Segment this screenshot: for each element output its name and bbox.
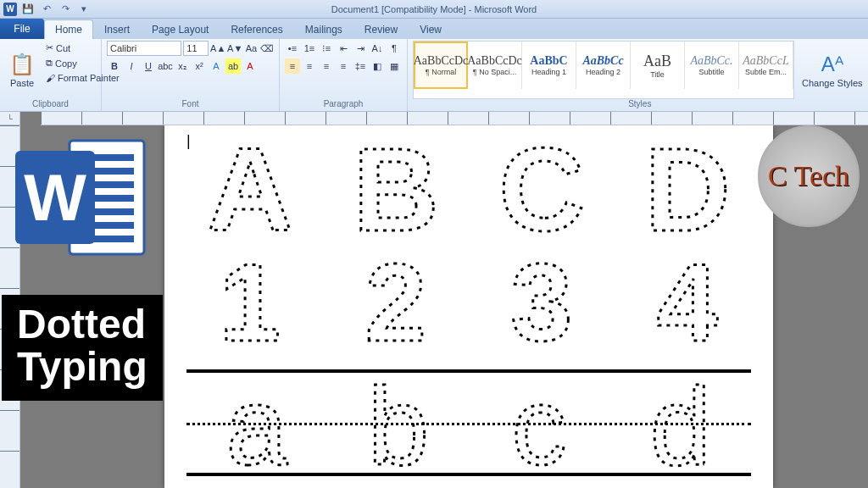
group-title-styles: Styles	[413, 99, 867, 109]
group-font: Calibri 11 A▲ A▼ Aa ⌫ B I U abc x₂ x² A …	[102, 39, 280, 111]
style-heading-2[interactable]: AaBbCc Heading 2	[576, 42, 631, 89]
shrink-font-icon[interactable]: A▼	[227, 41, 242, 56]
window-title: Document1 [Compatibility Mode] - Microso…	[0, 4, 868, 14]
text-effects-icon[interactable]: A	[209, 58, 224, 74]
paste-icon: 📋	[9, 53, 35, 76]
style-title[interactable]: AaB Title	[631, 42, 685, 89]
styles-gallery[interactable]: AaBbCcDc ¶ Normal AaBbCcDc ¶ No Spaci...…	[413, 41, 794, 99]
change-case-icon[interactable]: Aa	[244, 41, 258, 56]
svg-text:2: 2	[365, 256, 426, 358]
trace-b: b	[335, 361, 462, 471]
highlight-icon[interactable]: ab	[225, 58, 241, 74]
align-right-icon[interactable]: ≡	[319, 58, 334, 74]
change-styles-label: Change Styles	[802, 78, 863, 88]
paste-label: Paste	[10, 78, 34, 88]
glyph-C: C	[478, 137, 605, 247]
tab-home[interactable]: Home	[44, 19, 93, 39]
shading-icon[interactable]: ◧	[370, 58, 385, 74]
text-cursor: |	[186, 132, 191, 150]
glyph-B: B	[332, 137, 459, 247]
line-spacing-icon[interactable]: ‡≡	[353, 58, 368, 74]
word-app-icon[interactable]: W	[3, 3, 17, 16]
undo-icon[interactable]: ↶	[39, 2, 54, 17]
tab-selector-icon[interactable]: └	[0, 112, 20, 125]
tab-references[interactable]: References	[220, 19, 293, 39]
svg-text:b: b	[368, 364, 429, 471]
dotted-row-digits: 1 2 3 4	[186, 256, 751, 358]
tab-mailings[interactable]: Mailings	[294, 19, 353, 39]
tracing-block: a b c d	[186, 369, 751, 476]
svg-text:d: d	[650, 364, 711, 471]
grow-font-icon[interactable]: A▲	[210, 41, 225, 56]
font-color-icon[interactable]: A	[242, 58, 258, 74]
borders-icon[interactable]: ▦	[387, 58, 402, 74]
style-subtitle[interactable]: AaBbCc. Subtitle	[685, 42, 739, 89]
ruler-area: └	[0, 112, 868, 125]
style-heading-1[interactable]: AaBbC Heading 1	[522, 42, 576, 89]
subscript-button[interactable]: x₂	[175, 58, 190, 74]
superscript-button[interactable]: x²	[192, 58, 207, 74]
sort-icon[interactable]: A↓	[370, 41, 385, 56]
paste-button[interactable]: 📋 Paste	[5, 41, 39, 99]
font-size-field[interactable]: 11	[183, 41, 209, 56]
tab-insert[interactable]: Insert	[93, 19, 141, 39]
svg-text:1: 1	[220, 256, 281, 358]
align-center-icon[interactable]: ≡	[302, 58, 317, 74]
numbering-icon[interactable]: 1≡	[302, 41, 317, 56]
font-name-field[interactable]: Calibri	[107, 41, 181, 56]
cut-icon: ✂	[46, 42, 53, 53]
glyph-2: 2	[332, 256, 459, 358]
group-clipboard: 📋 Paste ✂ Cut ⧉ Copy 🖌 Format Painter Cl…	[0, 39, 102, 111]
change-styles-button[interactable]: Aᴬ Change Styles	[798, 41, 867, 99]
tab-file[interactable]: File	[0, 19, 44, 39]
underline-button[interactable]: U	[141, 58, 156, 74]
qat-customize-icon[interactable]: ▾	[76, 2, 92, 17]
italic-button[interactable]: I	[124, 58, 139, 74]
trace-a: a	[193, 361, 320, 471]
banner-line-1: Dotted	[17, 303, 147, 346]
title-banner-overlay: Dotted Typing	[2, 295, 163, 401]
change-styles-icon: Aᴬ	[821, 53, 843, 76]
svg-text:a: a	[226, 364, 288, 471]
multilevel-icon[interactable]: ⁝≡	[319, 41, 334, 56]
strike-button[interactable]: abc	[158, 58, 173, 74]
svg-text:A: A	[207, 137, 292, 247]
indent-inc-icon[interactable]: ⇥	[353, 41, 368, 56]
channel-logo-overlay: C Tech	[758, 125, 860, 227]
style-no-spacing[interactable]: AaBbCcDc ¶ No Spaci...	[468, 42, 522, 89]
channel-logo-text: C Tech	[768, 160, 849, 192]
indent-dec-icon[interactable]: ⇤	[336, 41, 351, 56]
style-normal[interactable]: AaBbCcDc ¶ Normal	[414, 42, 468, 89]
cut-label: Cut	[56, 43, 70, 53]
tab-page-layout[interactable]: Page Layout	[141, 19, 220, 39]
glyph-A: A	[186, 137, 314, 247]
bullets-icon[interactable]: •≡	[285, 41, 300, 56]
svg-text:C: C	[498, 137, 584, 247]
banner-line-2: Typing	[17, 346, 147, 388]
trace-c: c	[476, 361, 603, 471]
align-left-icon[interactable]: ≡	[285, 58, 300, 74]
ribbon-tabs: File Home Insert Page Layout References …	[0, 19, 868, 39]
show-marks-icon[interactable]: ¶	[387, 41, 402, 56]
page[interactable]: | A B C D 1 2 3 4 a b c	[164, 125, 773, 488]
group-styles: AaBbCcDc ¶ Normal AaBbCcDc ¶ No Spaci...…	[408, 39, 868, 111]
ruler-horizontal[interactable]	[41, 112, 868, 125]
bold-button[interactable]: B	[107, 58, 122, 74]
save-icon[interactable]: 💾	[20, 2, 36, 17]
redo-icon[interactable]: ↷	[58, 2, 73, 17]
ribbon: 📋 Paste ✂ Cut ⧉ Copy 🖌 Format Painter Cl…	[0, 39, 868, 112]
style-subtle-emphasis[interactable]: AaBbCcL Subtle Em...	[739, 42, 793, 89]
clear-format-icon[interactable]: ⌫	[260, 41, 274, 56]
svg-text:B: B	[353, 137, 438, 247]
tab-view[interactable]: View	[409, 19, 453, 39]
justify-icon[interactable]: ≡	[336, 58, 351, 74]
tab-review[interactable]: Review	[353, 19, 409, 39]
word-logo-overlay: W	[10, 125, 154, 269]
group-title-font: Font	[107, 99, 274, 109]
brush-icon: 🖌	[46, 73, 55, 83]
group-title-paragraph: Paragraph	[285, 99, 402, 109]
group-paragraph: •≡ 1≡ ⁝≡ ⇤ ⇥ A↓ ¶ ≡ ≡ ≡ ≡ ‡≡ ◧ ▦ Paragra…	[280, 39, 408, 111]
copy-label: Copy	[55, 58, 77, 69]
svg-text:4: 4	[657, 256, 718, 358]
dotted-row-letters: A B C D	[186, 137, 751, 247]
